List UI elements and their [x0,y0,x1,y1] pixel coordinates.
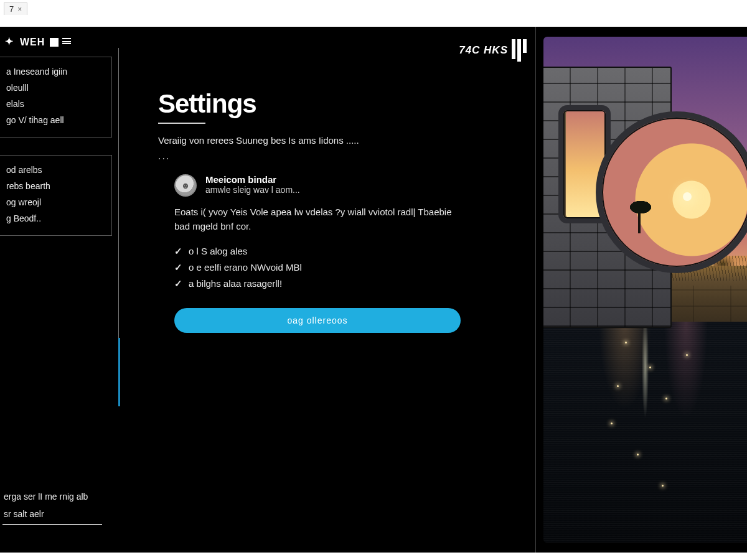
page-title: Settings [158,89,503,119]
profile-card: ☻ Meeicom bindar amwle sleig wav l aom..… [174,174,503,197]
sidebar-group-2: od arelbs rebs bearth og wreojl g Beodf.… [0,155,112,236]
hero-image [535,27,747,553]
spark-icon [5,37,15,47]
divider [158,123,205,124]
feature-item: o l S alog ales [174,243,503,259]
bars-icon [512,39,527,62]
sidebar-item[interactable]: elals [5,96,108,112]
description: Eoats i( yvoy Yeis Vole apea lw vdelas ?… [174,205,461,233]
badge-text: 74C HKS [459,44,508,57]
feature-list: o l S alog ales o e eelfi erano NWvoid M… [174,243,503,292]
page-subtitle: Veraiig von rerees Suuneg bes Is ams Iid… [158,135,503,146]
content: 74C HKS Settings Veraiig von rerees Suun… [118,27,535,553]
app-window: WEH a Ineseand igiin oleulll elals go V/… [0,25,747,553]
image-frame [543,37,747,543]
close-icon[interactable]: × [17,5,22,14]
brand-text: WEH [20,37,45,48]
avatar-icon: ☻ [174,174,197,197]
sidebar-footer-item[interactable]: sr salt aelr [2,505,112,523]
card-subtitle: amwle sleig wav l aom... [205,185,300,195]
sidebar-item[interactable]: go V/ tihag aell [5,112,108,128]
square-icon [50,38,59,47]
sidebar-footer-item[interactable]: erga ser lI me rnig alb [2,488,112,505]
divider [2,524,102,525]
primary-button[interactable]: oag ollereoos [174,308,461,333]
sidebar: WEH a Ineseand igiin oleulll elals go V/… [0,27,118,553]
window-tab-bar: 7 × [0,0,27,17]
brand: WEH [0,37,112,57]
sidebar-item[interactable]: rebs bearth [5,178,108,194]
brand-badge: 74C HKS [459,39,527,62]
sidebar-item[interactable]: g Beodf.. [5,210,108,226]
sidebar-group-1: a Ineseand igiin oleulll elals go V/ tih… [0,57,112,138]
sidebar-item[interactable]: oleulll [5,80,108,96]
tab-label: 7 [9,4,14,14]
accent-bar [118,338,120,406]
sidebar-item[interactable]: a Ineseand igiin [5,63,108,80]
sidebar-item[interactable]: og wreojl [5,194,108,210]
sidebar-footer: erga ser lI me rnig alb sr salt aelr [0,488,112,543]
feature-item: a bilghs alaa rasagerll! [174,276,503,292]
window-tab[interactable]: 7 × [4,2,27,15]
main: 74C HKS Settings Veraiig von rerees Suun… [118,27,747,553]
feature-item: o e eelfi erano NWvoid MBl [174,259,503,276]
ellipsis: ... [158,151,503,162]
brand-glyphs [50,38,71,47]
sidebar-item[interactable]: od arelbs [5,162,108,178]
menu-icon[interactable] [62,38,71,44]
card-title: Meeicom bindar [205,174,300,185]
